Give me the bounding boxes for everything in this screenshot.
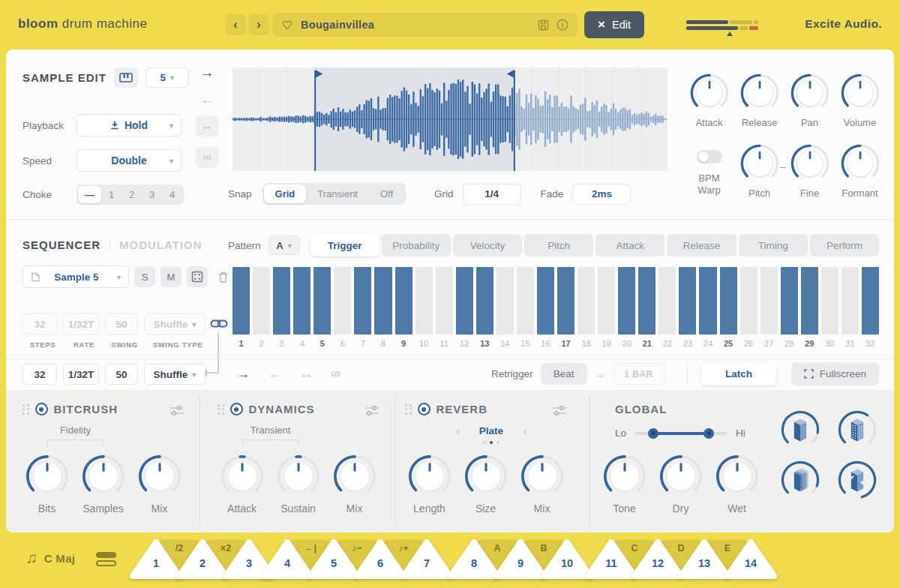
pan-knob[interactable] xyxy=(789,72,831,114)
pad-14[interactable]: 14 xyxy=(724,537,778,580)
step-24[interactable] xyxy=(699,267,716,334)
fade-value-field[interactable]: 2ms xyxy=(572,184,631,205)
output-meter[interactable] xyxy=(686,20,758,35)
step-28[interactable] xyxy=(781,267,798,334)
step-30[interactable] xyxy=(821,267,838,334)
solo-button[interactable]: S xyxy=(134,266,155,287)
swing-type-field[interactable]: Shuffle▾ xyxy=(144,364,206,385)
bpm-warp-toggle[interactable] xyxy=(697,150,722,164)
step-8[interactable] xyxy=(374,267,392,334)
size-knob[interactable] xyxy=(463,453,509,500)
volume-knob[interactable] xyxy=(839,72,881,114)
steps-field-linked[interactable]: 32 xyxy=(22,314,57,334)
link-icon[interactable] xyxy=(210,318,228,329)
sustain-knob[interactable] xyxy=(275,453,322,500)
choke-option-2[interactable]: 2 xyxy=(122,186,142,203)
seq-reverse-button[interactable]: ← xyxy=(268,366,281,382)
tab-sequencer[interactable]: SEQUENCER xyxy=(22,238,100,251)
drag-handle-icon[interactable] xyxy=(218,404,224,415)
tab-perform[interactable]: Perform xyxy=(810,234,879,256)
edit-mode-button[interactable]: × Edit xyxy=(584,11,644,38)
speed-select[interactable]: Double ▾ xyxy=(76,149,182,172)
pattern-select[interactable]: A▾ xyxy=(268,236,300,255)
step-2[interactable] xyxy=(253,267,270,334)
tab-probability[interactable]: Probability xyxy=(382,234,451,256)
retrigger-mode-button[interactable]: Beat xyxy=(541,363,587,385)
step-10[interactable] xyxy=(416,267,433,334)
macro-dial-3[interactable] xyxy=(778,458,822,502)
play-pingpong-button[interactable]: ↔ xyxy=(196,116,218,136)
attack-knob[interactable] xyxy=(688,72,730,114)
preset-next-button[interactable]: › xyxy=(248,14,269,35)
tab-modulation[interactable]: MODULATION xyxy=(119,238,202,251)
step-1[interactable] xyxy=(232,267,250,334)
sliders-icon[interactable] xyxy=(170,405,184,416)
step-16[interactable] xyxy=(537,267,554,334)
seq-forward-button[interactable]: → xyxy=(236,366,250,382)
swing-type-field-linked[interactable]: Shuffle▾ xyxy=(144,314,206,334)
step-5[interactable] xyxy=(314,267,331,334)
reverb-page-dots[interactable] xyxy=(405,441,578,444)
macro-dial-2[interactable] xyxy=(836,408,879,452)
randomize-button[interactable] xyxy=(187,266,208,287)
step-32[interactable] xyxy=(862,267,879,334)
tab-velocity[interactable]: Velocity xyxy=(453,234,522,256)
step-12[interactable] xyxy=(456,267,473,334)
step-6[interactable] xyxy=(334,267,351,334)
seq-pingpong-button[interactable]: ↔ xyxy=(299,366,313,382)
fullscreen-button[interactable]: Fullscreen xyxy=(791,362,879,386)
reverb-mix-knob[interactable] xyxy=(519,453,566,500)
tab-timing[interactable]: Timing xyxy=(739,234,808,256)
reverb-next-button[interactable]: › xyxy=(523,424,526,437)
macro-dial-4[interactable] xyxy=(836,458,879,502)
hi-handle[interactable] xyxy=(704,428,714,439)
pitch-knob[interactable] xyxy=(739,142,781,184)
release-knob[interactable] xyxy=(739,72,781,114)
step-9[interactable] xyxy=(395,267,412,334)
tab-attack[interactable]: Attack xyxy=(596,234,664,256)
sliders-icon[interactable] xyxy=(364,405,380,416)
drag-handle-icon[interactable] xyxy=(22,404,29,415)
step-27[interactable] xyxy=(760,267,778,334)
choke-option-3[interactable]: 3 xyxy=(142,186,162,203)
choke-option-—[interactable]: — xyxy=(78,186,101,203)
dynamics-power-toggle[interactable] xyxy=(230,403,243,416)
bitcrush-mix-knob[interactable] xyxy=(136,453,183,500)
swing-field[interactable]: 50 xyxy=(105,364,138,385)
reverb-preset-value[interactable]: Plate xyxy=(479,425,503,436)
wet-knob[interactable] xyxy=(714,453,760,500)
tab-trigger[interactable]: Trigger xyxy=(310,234,380,256)
dynamics-attack-knob[interactable] xyxy=(219,453,266,500)
macro-dial-1[interactable] xyxy=(778,408,822,452)
dry-knob[interactable] xyxy=(658,453,704,500)
grid-value-field[interactable]: 1/4 xyxy=(463,184,521,205)
step-17[interactable] xyxy=(557,267,574,334)
trash-icon[interactable] xyxy=(218,271,229,284)
bitcrush-power-toggle[interactable] xyxy=(35,403,48,416)
step-4[interactable] xyxy=(293,267,310,334)
reverb-power-toggle[interactable] xyxy=(418,403,430,416)
choke-option-1[interactable]: 1 xyxy=(101,186,122,203)
latch-button[interactable]: Latch xyxy=(701,362,776,386)
seq-loop-button[interactable]: ∞ xyxy=(331,366,340,382)
step-20[interactable] xyxy=(618,267,635,334)
step-22[interactable] xyxy=(658,267,676,334)
sliders-icon[interactable] xyxy=(552,405,567,416)
menu-button[interactable] xyxy=(96,552,116,566)
snap-option-transient[interactable]: Transient xyxy=(306,184,369,203)
length-knob[interactable] xyxy=(406,453,453,500)
steps-field[interactable]: 32 xyxy=(22,364,57,385)
save-icon[interactable] xyxy=(538,20,549,31)
step-7[interactable] xyxy=(354,267,371,334)
formant-knob[interactable] xyxy=(839,142,881,184)
step-31[interactable] xyxy=(842,267,859,334)
sample-slot-select[interactable]: 5▾ xyxy=(146,68,189,88)
pad-7[interactable]: 7 xyxy=(400,537,454,580)
key-selector[interactable]: ♫ C Maj xyxy=(26,549,75,567)
step-25[interactable] xyxy=(720,267,737,334)
lo-handle[interactable] xyxy=(648,428,658,439)
tab-release[interactable]: Release xyxy=(667,234,736,256)
rate-field-linked[interactable]: 1/32T xyxy=(63,314,99,334)
play-reverse-button[interactable]: ← xyxy=(195,92,219,108)
step-23[interactable] xyxy=(679,267,696,334)
